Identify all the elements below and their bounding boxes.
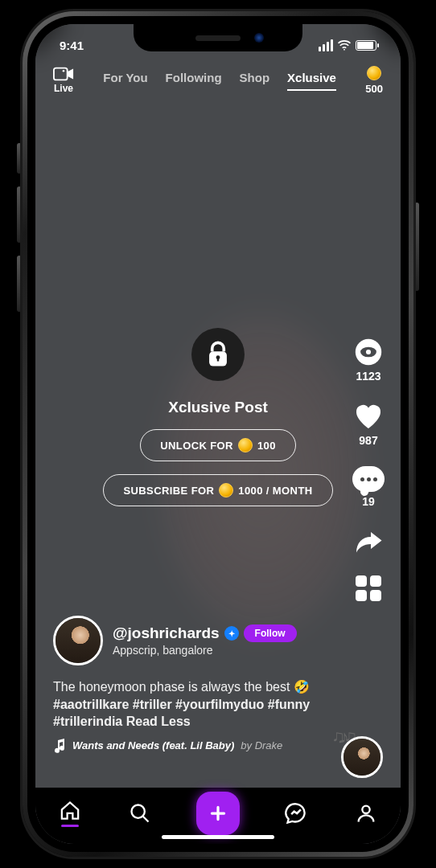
like-button[interactable]: 987 xyxy=(354,402,383,447)
svg-point-8 xyxy=(366,350,371,354)
tab-shop[interactable]: Shop xyxy=(240,71,270,91)
views-stat[interactable]: 1123 xyxy=(354,338,383,383)
messenger-icon xyxy=(285,802,307,825)
phone-volume-up xyxy=(17,186,22,243)
lock-icon xyxy=(191,328,245,381)
battery-icon xyxy=(356,40,376,51)
phone-power-button xyxy=(414,203,419,291)
coin-icon xyxy=(219,483,233,497)
comments-count: 19 xyxy=(362,495,375,508)
phone-front-camera xyxy=(254,33,264,43)
heart-icon xyxy=(354,402,383,431)
profile-icon xyxy=(355,802,377,825)
subscribe-cost: 1000 / MONTH xyxy=(238,485,312,497)
subscribe-prefix: SUBSCRIBE FOR xyxy=(123,485,214,497)
subscribe-button[interactable]: SUBSCRIBE FOR 1000 / MONTH xyxy=(103,474,332,506)
phone-frame: 9:41 Live xyxy=(23,11,413,857)
music-row[interactable]: Wants and Needs (feat. Lil Baby) by Drak… xyxy=(53,739,336,753)
related-grid-button[interactable] xyxy=(356,575,381,601)
phone-notch xyxy=(134,24,302,51)
locked-overlay: Xclusive Post UNLOCK FOR 100 SUBSCRIBE F… xyxy=(97,328,339,506)
song-artist: Drake xyxy=(255,739,283,751)
svg-rect-1 xyxy=(54,68,68,80)
author-handle[interactable]: @joshrichards xyxy=(113,624,220,642)
music-note-icon xyxy=(53,739,66,753)
music-disc[interactable] xyxy=(341,736,383,778)
follow-button[interactable]: Follow xyxy=(244,624,297,642)
comment-icon xyxy=(352,466,385,492)
cellular-icon xyxy=(319,39,333,51)
engagement-rail: 1123 987 19 xyxy=(352,338,385,601)
plus-icon xyxy=(208,803,228,824)
nav-home[interactable] xyxy=(56,800,84,827)
svg-point-9 xyxy=(132,805,145,818)
svg-rect-5 xyxy=(217,358,219,362)
coin-icon xyxy=(367,66,381,80)
share-button[interactable] xyxy=(354,527,383,556)
nav-inbox[interactable] xyxy=(282,800,310,827)
author-row: @joshrichards Follow Appscrip, bangalore xyxy=(53,616,336,665)
home-indicator[interactable] xyxy=(162,835,274,839)
nav-profile[interactable] xyxy=(352,800,380,827)
song-title: Wants and Needs (feat. Lil Baby) xyxy=(72,739,234,751)
svg-point-2 xyxy=(63,70,65,72)
caption-toggle[interactable]: Read Less xyxy=(126,714,191,728)
coin-balance-value: 500 xyxy=(365,83,383,95)
phone-volume-down xyxy=(17,256,22,312)
svg-point-0 xyxy=(343,49,345,51)
screen: 9:41 Live xyxy=(35,24,401,844)
phone-speaker xyxy=(195,35,241,41)
unlock-button[interactable]: UNLOCK FOR 100 xyxy=(140,429,296,461)
comment-button[interactable]: 19 xyxy=(352,466,385,508)
author-avatar[interactable] xyxy=(53,616,103,665)
coin-icon xyxy=(238,438,253,452)
caption-text: The honeymoon phase is always the best 🤣 xyxy=(53,680,310,694)
phone-silent-switch xyxy=(17,143,22,174)
home-icon xyxy=(59,800,81,821)
locked-title: Xclusive Post xyxy=(168,399,268,416)
tab-for-you[interactable]: For You xyxy=(103,71,147,91)
nav-create[interactable] xyxy=(196,792,240,835)
wifi-icon xyxy=(337,39,352,51)
status-time: 9:41 xyxy=(60,39,84,52)
likes-count: 987 xyxy=(359,434,377,447)
author-location: Appscrip, bangalore xyxy=(113,644,297,657)
tab-xclusive[interactable]: Xclusive xyxy=(287,71,336,91)
verified-badge-icon xyxy=(224,626,239,641)
unlock-prefix: UNLOCK FOR xyxy=(160,440,233,452)
search-icon xyxy=(129,802,151,825)
tab-following[interactable]: Following xyxy=(166,71,222,91)
song-by-prefix: by xyxy=(241,739,252,751)
unlock-cost: 100 xyxy=(257,440,276,452)
nav-search[interactable] xyxy=(126,800,154,827)
coin-balance[interactable]: 500 xyxy=(365,66,383,95)
post-caption: The honeymoon phase is always the best 🤣… xyxy=(53,678,336,731)
svg-point-10 xyxy=(362,806,369,813)
share-icon xyxy=(354,527,383,556)
views-count: 1123 xyxy=(356,370,380,383)
post-info: @joshrichards Follow Appscrip, bangalore… xyxy=(53,616,336,753)
live-button[interactable]: Live xyxy=(53,67,74,94)
eye-icon xyxy=(354,338,383,366)
top-nav: Live For You Following Shop Xclusive 500 xyxy=(35,66,401,95)
grid-icon xyxy=(356,575,381,601)
feed-tabs: For You Following Shop Xclusive xyxy=(88,71,351,91)
live-label: Live xyxy=(54,83,73,94)
